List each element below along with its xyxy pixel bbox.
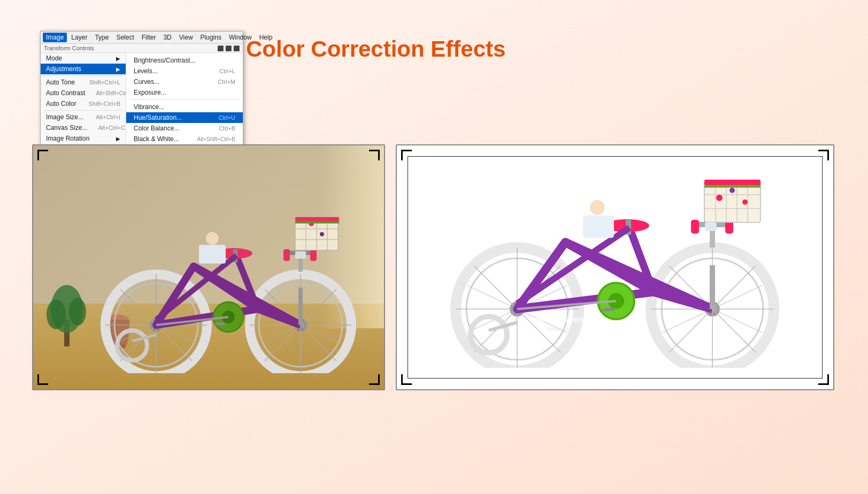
menu-filter[interactable]: Filter — [139, 33, 159, 42]
svg-rect-44 — [215, 322, 225, 325]
menu-item-auto-tone[interactable]: Auto Tone Shift+Ctrl+L — [41, 77, 126, 88]
menu-help[interactable]: Help — [256, 33, 276, 42]
toolbar-row: Transform Controls ⬛ ⬛ ⬛ — [41, 44, 243, 53]
svg-point-40 — [320, 232, 324, 236]
menu-plugins[interactable]: Plugins — [197, 33, 225, 42]
menu-image[interactable]: Image — [43, 33, 67, 42]
right-crop-marker-tr — [818, 150, 829, 160]
plant-svg — [43, 272, 91, 346]
bike-svg-right: MiSSyGoose mongoose — [429, 165, 803, 368]
submenu-exposure[interactable]: Exposure... — [126, 87, 243, 98]
submenu-sep-1 — [130, 99, 239, 100]
svg-point-101 — [590, 200, 605, 215]
svg-rect-52 — [295, 217, 339, 221]
svg-text:MiSSyGoose: MiSSyGoose — [536, 315, 588, 324]
menu-type[interactable]: Type — [91, 33, 112, 42]
submenu-brightness-contrast[interactable]: Brightness/Contrast... — [126, 55, 243, 66]
crop-marker-tl — [37, 150, 48, 160]
svg-rect-102 — [705, 222, 717, 231]
submenu-color-balance[interactable]: Color Balance... Ctrl+B — [126, 123, 243, 134]
svg-rect-50 — [199, 245, 226, 264]
svg-rect-53 — [295, 221, 339, 223]
submenu-levels[interactable]: Levels... Ctrl+L — [126, 66, 243, 76]
svg-rect-31 — [283, 249, 290, 261]
page-title: Color Correction Effects — [246, 36, 505, 62]
svg-rect-32 — [310, 249, 317, 261]
menu-item-auto-contrast[interactable]: Auto Contrast Alt+Shift+Ctrl+L — [41, 88, 126, 98]
menu-3d[interactable]: 3D — [160, 33, 174, 42]
right-crop-marker-bl — [401, 374, 412, 385]
submenu-vibrance[interactable]: Vibrance... — [126, 102, 243, 112]
svg-rect-89 — [704, 185, 761, 188]
svg-rect-100 — [583, 215, 614, 238]
menu-item-auto-color[interactable]: Auto Color Shift+Ctrl+B — [41, 98, 126, 109]
svg-point-51 — [206, 232, 219, 245]
right-crop-marker-tl — [401, 150, 412, 160]
menu-view[interactable]: View — [176, 33, 196, 42]
menu-item-image-rotation[interactable]: Image Rotation ▶ — [41, 133, 126, 144]
svg-rect-41 — [295, 251, 306, 259]
svg-text:mongoose: mongoose — [547, 326, 569, 331]
crop-marker-tr — [369, 150, 380, 160]
svg-point-91 — [729, 188, 735, 193]
menubar: Image Layer Type Select Filter 3D View P… — [41, 32, 243, 44]
submenu-black-white[interactable]: Black & White... Alt+Shift+Ctrl+B — [126, 134, 243, 144]
menu-item-adjustments[interactable]: Adjustments ▶ — [41, 64, 126, 74]
svg-point-45 — [117, 330, 147, 360]
menu-window[interactable]: Window — [226, 33, 255, 42]
right-image-panel: MiSSyGoose mongoose — [396, 144, 834, 390]
svg-point-90 — [716, 195, 723, 201]
submenu-curves[interactable]: Curves... Ctrl+M — [126, 76, 243, 87]
svg-point-3 — [69, 298, 86, 326]
separator-2 — [44, 110, 122, 111]
separator-1 — [44, 75, 122, 76]
menu-select[interactable]: Select — [113, 33, 137, 42]
menu-layer[interactable]: Layer — [68, 33, 90, 42]
submenu-hue-saturation[interactable]: Hue/Saturation... Ctrl+U — [126, 112, 243, 123]
menu-item-canvas-size[interactable]: Canvas Size... Alt+Ctrl+C — [41, 122, 126, 133]
svg-rect-103 — [603, 308, 614, 311]
bike-svg-left — [87, 202, 365, 373]
svg-rect-88 — [704, 180, 761, 185]
svg-rect-79 — [691, 220, 699, 234]
right-crop-marker-br — [818, 374, 829, 385]
menu-item-mode[interactable]: Mode ▶ — [41, 53, 126, 64]
left-image-panel — [32, 144, 385, 390]
svg-point-92 — [742, 199, 748, 205]
svg-point-2 — [47, 299, 66, 329]
toolbar-icons: ⬛ ⬛ ⬛ — [217, 45, 240, 51]
toolbar-label: Transform Controls — [44, 45, 94, 51]
svg-point-95 — [471, 317, 507, 353]
crop-marker-br — [369, 374, 380, 385]
menu-item-image-size[interactable]: Image Size... Alt+Ctrl+I — [41, 112, 126, 122]
crop-marker-bl — [37, 374, 48, 385]
